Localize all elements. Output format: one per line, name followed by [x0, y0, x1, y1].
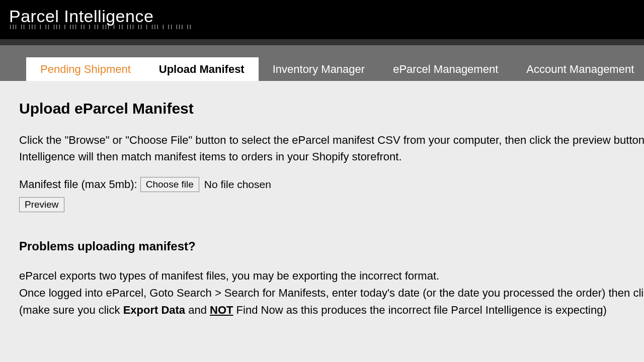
- tab-label: Upload Manifest: [159, 63, 245, 76]
- tab-inventory-manager[interactable]: Inventory Manager: [259, 57, 379, 81]
- tab-upload-manifest[interactable]: Upload Manifest: [145, 57, 259, 81]
- help-bold: Export Data: [123, 304, 185, 316]
- preview-row: Preview: [19, 196, 644, 212]
- main-content: Upload eParcel Manifest Click the "Brows…: [0, 81, 644, 319]
- help-text: eParcel exports two types of manifest fi…: [19, 267, 644, 319]
- help-line-2: Once logged into eParcel, Goto Search > …: [19, 287, 644, 299]
- file-status: No file chosen: [204, 176, 271, 193]
- help-line-3b: and: [185, 304, 210, 316]
- brand-barcode: ||| || ||| | || ||| | ||| || | || ||| | …: [9, 25, 192, 28]
- brand-name: Parcel Intelligence: [9, 7, 153, 26]
- choose-file-button[interactable]: Choose file: [140, 177, 199, 192]
- tab-account-management[interactable]: Account Management: [512, 57, 644, 81]
- help-heading: Problems uploading manifest?: [19, 237, 644, 255]
- header-divider: [0, 39, 644, 45]
- tab-label: Pending Shipment: [40, 63, 131, 76]
- brand-logo: Parcel Intelligence ||| || ||| | || ||| …: [9, 7, 192, 33]
- tab-label: Inventory Manager: [273, 63, 365, 76]
- page-title: Upload eParcel Manifest: [19, 97, 644, 120]
- main-nav: Pending Shipment Upload Manifest Invento…: [0, 45, 644, 81]
- help-line-3a: (make sure you click: [19, 304, 123, 316]
- tab-label: Account Management: [526, 63, 634, 76]
- file-label: Manifest file (max 5mb):: [19, 176, 137, 193]
- help-line-1: eParcel exports two types of manifest fi…: [19, 269, 439, 282]
- tab-eparcel-management[interactable]: eParcel Management: [379, 57, 512, 81]
- preview-button[interactable]: Preview: [19, 197, 64, 212]
- help-line-3c: Find Now as this produces the incorrect …: [233, 304, 607, 316]
- tab-label: eParcel Management: [393, 63, 498, 76]
- intro-paragraph: Click the "Browse" or "Choose File" butt…: [19, 132, 644, 165]
- tab-pending-shipment[interactable]: Pending Shipment: [26, 57, 145, 81]
- top-header: Parcel Intelligence ||| || ||| | || ||| …: [0, 0, 644, 39]
- help-underline: NOT: [210, 304, 233, 316]
- file-input-row: Manifest file (max 5mb): Choose file No …: [19, 176, 644, 193]
